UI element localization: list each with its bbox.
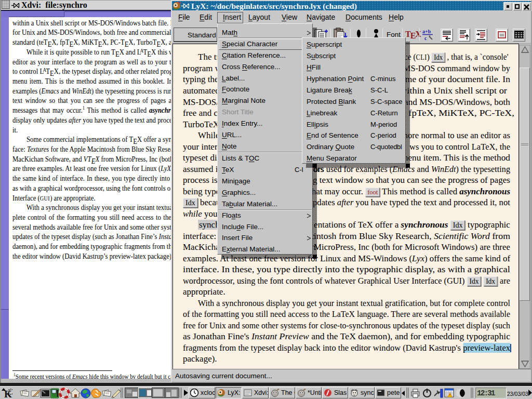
svg-text:c: c bbox=[424, 35, 427, 41]
svg-text:K: K bbox=[4, 389, 12, 398]
svg-text:a+b: a+b bbox=[422, 29, 431, 34]
